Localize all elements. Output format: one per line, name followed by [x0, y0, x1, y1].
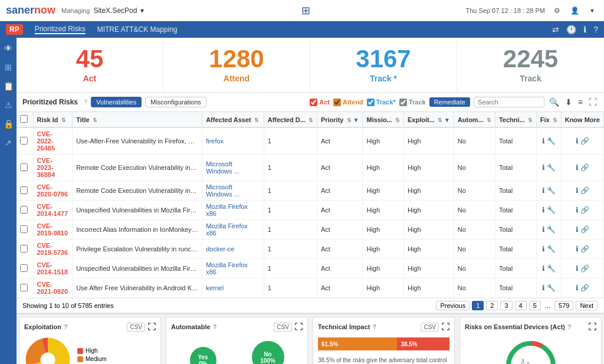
search-icon[interactable]: 🔍: [548, 96, 560, 108]
grid-icon[interactable]: ⊞: [301, 4, 310, 17]
next-page-button[interactable]: Next: [576, 301, 598, 310]
tab-misconfigurations[interactable]: Misconfigurations: [145, 97, 206, 107]
columns-icon[interactable]: ≡: [577, 96, 584, 108]
essential-help-icon[interactable]: ?: [567, 323, 572, 330]
expand-icon[interactable]: ⛶: [587, 96, 598, 108]
know-info-icon-7[interactable]: ℹ: [576, 284, 579, 292]
remediate-button[interactable]: Remediate: [429, 97, 470, 107]
sidebar-icon-clipboard[interactable]: 📋: [2, 80, 14, 92]
know-info-icon-0[interactable]: ℹ: [576, 137, 579, 145]
know-info-icon-5[interactable]: ℹ: [576, 245, 579, 253]
asset-3[interactable]: Mozilla Firefox x86: [206, 203, 248, 217]
settings-icon[interactable]: ⚙: [551, 5, 563, 17]
know-link-icon-1[interactable]: 🔗: [580, 163, 589, 172]
know-link-icon-3[interactable]: 🔗: [580, 206, 589, 214]
row-checkbox-5[interactable]: [20, 245, 28, 252]
chevron-down-icon[interactable]: ▾: [586, 5, 598, 17]
know-link-icon-7[interactable]: 🔗: [580, 284, 589, 292]
automatable-help-icon[interactable]: ?: [213, 323, 217, 330]
row-checkbox-0[interactable]: [20, 137, 28, 145]
asset-6[interactable]: Mozilla Firefox x86: [206, 261, 248, 276]
fix-info-icon-5[interactable]: ℹ: [542, 245, 545, 253]
automatable-expand-icon[interactable]: ⛶: [294, 322, 303, 332]
nav-mitre[interactable]: MITRE ATT&CK Mapping: [97, 25, 178, 34]
essential-expand-icon[interactable]: ⛶: [588, 322, 596, 332]
fix-patch-icon-5[interactable]: 🔧: [547, 245, 556, 253]
exploitation-help-icon[interactable]: ?: [64, 323, 68, 330]
know-link-icon-6[interactable]: 🔗: [580, 264, 589, 273]
asset-2[interactable]: Microsoft Windows ...: [206, 183, 239, 198]
asset-5[interactable]: docker-ce: [206, 245, 234, 252]
select-all-checkbox[interactable]: [20, 115, 28, 123]
know-link-icon-2[interactable]: 🔗: [580, 186, 589, 195]
clock-icon[interactable]: 🕐: [566, 25, 576, 34]
fix-patch-icon-1[interactable]: 🔧: [547, 163, 556, 172]
cve-id-6[interactable]: CVE-2014-1518: [37, 261, 68, 276]
checkbox-attend-input[interactable]: [333, 99, 341, 106]
technical-csv-button[interactable]: CSV: [421, 323, 439, 332]
fix-patch-icon-4[interactable]: 🔧: [547, 225, 556, 234]
row-checkbox-6[interactable]: [20, 264, 28, 272]
fix-info-icon-6[interactable]: ℹ: [542, 264, 545, 273]
asset-1[interactable]: Microsoft Windows ...: [206, 160, 239, 175]
cve-id-3[interactable]: CVE-2014-1477: [37, 203, 68, 217]
download-icon[interactable]: ⬇: [564, 96, 573, 108]
info-icon[interactable]: ℹ: [583, 25, 586, 34]
sidebar-icon-eye[interactable]: 👁: [2, 42, 14, 54]
technical-expand-icon[interactable]: ⛶: [441, 322, 449, 332]
know-info-icon-3[interactable]: ℹ: [576, 206, 579, 214]
cve-id-1[interactable]: CVE-2023-36884: [37, 157, 55, 178]
fix-patch-icon-0[interactable]: 🔧: [547, 137, 556, 145]
row-checkbox-7[interactable]: [20, 284, 28, 291]
asset-0[interactable]: firefox: [206, 137, 224, 145]
fix-info-icon-2[interactable]: ℹ: [542, 186, 545, 195]
cve-id-4[interactable]: CVE-2019-9810: [37, 222, 68, 237]
fix-patch-icon-2[interactable]: 🔧: [547, 186, 556, 195]
sidebar-icon-arrow[interactable]: ↗: [2, 137, 14, 149]
know-link-icon-0[interactable]: 🔗: [580, 137, 589, 145]
page-2-button[interactable]: 2: [486, 301, 498, 310]
page-1-button[interactable]: 1: [472, 301, 484, 310]
fix-info-icon-3[interactable]: ℹ: [542, 206, 545, 214]
automatable-csv-button[interactable]: CSV: [274, 323, 292, 332]
page-5-button[interactable]: 5: [529, 301, 541, 310]
cve-id-0[interactable]: CVE-2022-26485: [37, 130, 55, 152]
fix-info-icon-4[interactable]: ℹ: [542, 225, 545, 234]
share-icon[interactable]: ⇄: [552, 25, 559, 34]
asset-4[interactable]: Mozilla Firefox x86: [206, 222, 248, 237]
technical-help-icon[interactable]: ?: [372, 323, 376, 330]
prev-page-button[interactable]: Previous: [436, 301, 470, 310]
exploitation-csv-button[interactable]: CSV: [127, 323, 145, 332]
row-checkbox-4[interactable]: [20, 225, 28, 233]
filter-help-icon[interactable]: ?: [84, 99, 87, 106]
cve-id-5[interactable]: CVE-2019-5736: [37, 242, 68, 256]
checkbox-act-input[interactable]: [310, 99, 317, 106]
fix-info-icon-1[interactable]: ℹ: [542, 163, 545, 172]
checkbox-track-star-input[interactable]: [367, 99, 375, 106]
know-link-icon-5[interactable]: 🔗: [580, 245, 589, 253]
checkbox-track-input[interactable]: [399, 99, 407, 106]
know-info-icon-6[interactable]: ℹ: [576, 264, 579, 273]
exploitation-expand-icon[interactable]: ⛶: [147, 322, 156, 332]
nav-prioritized-risks[interactable]: Prioritized Risks: [35, 25, 86, 34]
know-link-icon-4[interactable]: 🔗: [580, 225, 589, 234]
tab-vulnerabilities[interactable]: Vulnerabilities: [91, 97, 142, 107]
page-3-button[interactable]: 3: [500, 301, 512, 310]
page-last-button[interactable]: 579: [554, 301, 573, 310]
row-checkbox-3[interactable]: [20, 206, 28, 214]
fix-patch-icon-3[interactable]: 🔧: [547, 206, 556, 214]
row-checkbox-2[interactable]: [20, 186, 28, 194]
know-info-icon-2[interactable]: ℹ: [576, 186, 579, 195]
user-icon[interactable]: 👤: [569, 5, 580, 17]
site-selector[interactable]: SiteX.SecPod ▾: [93, 6, 146, 15]
asset-7[interactable]: kernel: [206, 284, 224, 291]
page-4-button[interactable]: 4: [515, 301, 527, 310]
fix-patch-icon-7[interactable]: 🔧: [547, 284, 556, 292]
fix-info-icon-7[interactable]: ℹ: [542, 284, 545, 292]
know-info-icon-1[interactable]: ℹ: [576, 163, 579, 172]
row-checkbox-1[interactable]: [20, 163, 28, 171]
fix-info-icon-0[interactable]: ℹ: [542, 137, 545, 145]
fix-patch-icon-6[interactable]: 🔧: [547, 264, 556, 273]
search-input[interactable]: [474, 97, 544, 107]
cve-id-7[interactable]: CVE-2021-0920: [37, 281, 68, 295]
